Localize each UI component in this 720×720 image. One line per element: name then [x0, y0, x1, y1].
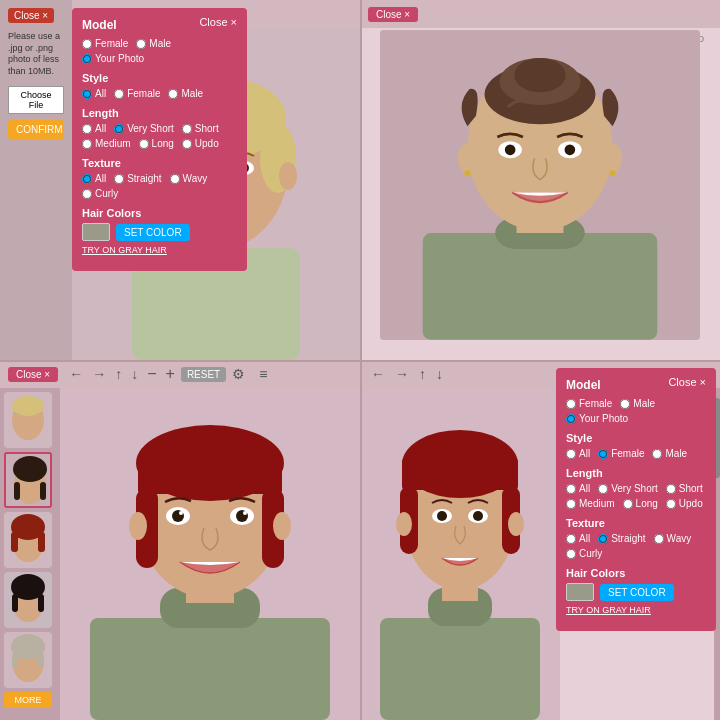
try-gray-button[interactable]: TRY ON GRAY HAIR: [82, 245, 167, 255]
confirm-button[interactable]: CONFIRM: [8, 120, 64, 139]
bl-arrow-down[interactable]: ↓: [128, 366, 141, 382]
bl-arrow-left[interactable]: ←: [66, 366, 86, 382]
br-length-vshort-input[interactable]: [598, 484, 608, 494]
br-texture-all-label: All: [579, 533, 590, 544]
length-updo-input[interactable]: [182, 139, 192, 149]
texture-wavy-input[interactable]: [170, 174, 180, 184]
bottom-right-quadrant: ← → ↑ ↓: [360, 360, 720, 720]
br-style-male-input[interactable]: [652, 449, 662, 459]
br-length-radio-group: All Very Short Short Medium Long: [566, 483, 706, 509]
br-arrow-up[interactable]: ↑: [416, 366, 429, 382]
panel-br-close[interactable]: Close ×: [668, 376, 706, 388]
bottom-left-close-button[interactable]: Close ×: [8, 367, 58, 382]
color-swatch[interactable]: [82, 223, 110, 241]
texture-section: Texture All Straight Wavy Curly: [82, 157, 237, 199]
top-right-photo-area: [380, 30, 700, 340]
br-arrow-down[interactable]: ↓: [433, 366, 446, 382]
br-style-female-input[interactable]: [598, 449, 608, 459]
radio-male-input[interactable]: [136, 39, 146, 49]
br-try-gray-button[interactable]: TRY ON GRAY HAIR: [566, 605, 651, 615]
bl-reset-button[interactable]: RESET: [181, 367, 226, 382]
choose-file-button[interactable]: Choose File: [8, 86, 64, 114]
bottom-left-main-display: [60, 388, 360, 720]
br-texture-all: All: [566, 533, 590, 544]
svg-point-22: [505, 144, 516, 155]
top-right-close-button[interactable]: Close ×: [368, 7, 418, 22]
style-radio-group: All Female Male: [82, 88, 237, 99]
br-radio-female-input[interactable]: [566, 399, 576, 409]
br-length-title: Length: [566, 467, 706, 479]
br-texture-wavy-input[interactable]: [654, 534, 664, 544]
br-style-male-label: Male: [665, 448, 687, 459]
thumb-3[interactable]: [4, 512, 52, 568]
style-male-input[interactable]: [168, 89, 178, 99]
length-long-label: Long: [152, 138, 174, 149]
br-radio-male-input[interactable]: [620, 399, 630, 409]
texture-all-input[interactable]: [82, 174, 92, 184]
thumb-5[interactable]: [4, 632, 52, 688]
br-hair-colors-section: Hair Colors SET COLOR TRY ON GRAY HAIR: [566, 567, 706, 615]
panel-top-left-close[interactable]: Close ×: [199, 16, 237, 28]
bl-gear-button[interactable]: ⚙: [229, 366, 248, 382]
upload-close-button[interactable]: Close ×: [8, 8, 54, 23]
texture-curly-input[interactable]: [82, 189, 92, 199]
style-female-label: Female: [127, 88, 160, 99]
svg-point-67: [273, 512, 291, 540]
br-arrow-right[interactable]: →: [392, 366, 412, 382]
radio-male: Male: [136, 38, 171, 49]
length-medium-input[interactable]: [82, 139, 92, 149]
bottom-right-svg: [360, 388, 560, 720]
more-button[interactable]: MORE: [4, 692, 52, 708]
br-length-medium-input[interactable]: [566, 499, 576, 509]
radio-female-input[interactable]: [82, 39, 92, 49]
br-style-all: All: [566, 448, 590, 459]
svg-point-26: [464, 170, 470, 176]
thumb-2-selected[interactable]: [4, 452, 52, 508]
texture-straight-input[interactable]: [114, 174, 124, 184]
svg-rect-40: [38, 532, 45, 552]
br-length-all-input[interactable]: [566, 484, 576, 494]
nav-controls: ← → ↑ ↓ − + RESET ⚙ ≡: [66, 365, 267, 383]
br-set-color-button[interactable]: SET COLOR: [600, 584, 674, 601]
svg-rect-52: [90, 618, 330, 720]
radio-female: Female: [82, 38, 128, 49]
horizontal-divider: [0, 360, 720, 362]
svg-rect-39: [11, 532, 18, 552]
br-arrow-left[interactable]: ←: [368, 366, 388, 382]
bl-arrow-right[interactable]: →: [89, 366, 109, 382]
br-texture-section: Texture All Straight Wavy Curly: [566, 517, 706, 559]
length-long-input[interactable]: [139, 139, 149, 149]
top-right-quadrant: Close × Model Your Photo: [360, 0, 720, 360]
br-length-long-input[interactable]: [623, 499, 633, 509]
radio-your-photo-input[interactable]: [82, 54, 92, 64]
style-all-input[interactable]: [82, 89, 92, 99]
texture-straight-label: Straight: [127, 173, 161, 184]
br-length-updo-label: Updo: [679, 498, 703, 509]
length-vshort-input[interactable]: [114, 124, 124, 134]
style-female-input[interactable]: [114, 89, 124, 99]
br-length-section: Length All Very Short Short Medium: [566, 467, 706, 509]
br-color-swatch[interactable]: [566, 583, 594, 601]
br-length-all-label: All: [579, 483, 590, 494]
bl-minus[interactable]: −: [144, 365, 159, 383]
model-radio-group: Female Male Your Photo: [82, 38, 237, 64]
br-texture-straight-input[interactable]: [598, 534, 608, 544]
br-texture-all-input[interactable]: [566, 534, 576, 544]
bl-plus[interactable]: +: [163, 365, 178, 383]
br-texture-curly-input[interactable]: [566, 549, 576, 559]
br-radio-your-photo-input[interactable]: [566, 414, 576, 424]
thumb-2-svg: [6, 454, 52, 508]
br-length-vshort: Very Short: [598, 483, 658, 494]
br-length-updo-input[interactable]: [666, 499, 676, 509]
set-color-button[interactable]: SET COLOR: [116, 224, 190, 241]
thumb-1[interactable]: [4, 392, 52, 448]
thumb-4[interactable]: [4, 572, 52, 628]
length-short-input[interactable]: [182, 124, 192, 134]
br-radio-male-label: Male: [633, 398, 655, 409]
br-style-all-input[interactable]: [566, 449, 576, 459]
bl-arrow-up[interactable]: ↑: [112, 366, 125, 382]
length-all-input[interactable]: [82, 124, 92, 134]
br-length-short-input[interactable]: [666, 484, 676, 494]
br-style-all-label: All: [579, 448, 590, 459]
texture-curly: Curly: [82, 188, 118, 199]
